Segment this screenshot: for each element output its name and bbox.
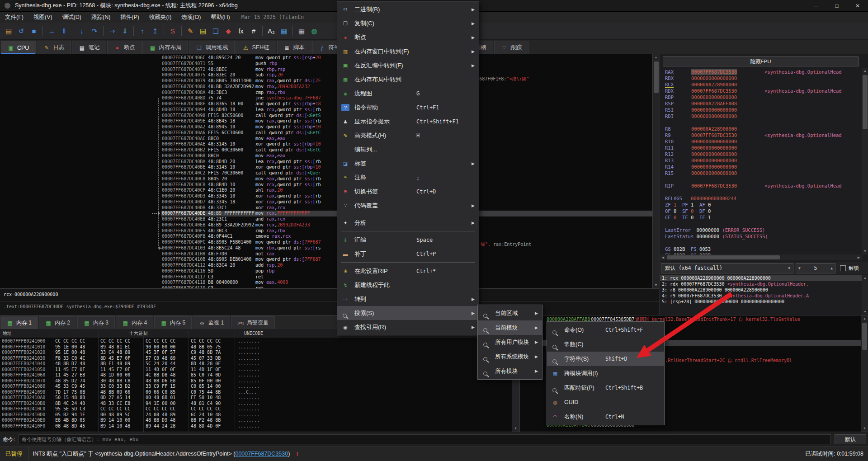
disasm-row[interactable]: 00007FF687DC408048:BB 32A2DF2D992B0000mo…	[0, 84, 652, 90]
context-menu-item[interactable]: ●断点▶	[337, 30, 479, 44]
disasm-row[interactable]: 00007FF687DC407155push rbp	[0, 61, 652, 67]
argument-row[interactable]: 5: [rsp+28] 0000000000000000 00000000000…	[660, 299, 862, 305]
disasm-row[interactable]: 00007FF687DC409E48:8B45 18mov rax,qword …	[0, 118, 652, 124]
hash-icon[interactable]: #	[248, 25, 259, 37]
scroll-up-icon[interactable]: ▲	[862, 68, 868, 74]
tab-内存 5[interactable]: ▦内存 5	[154, 316, 192, 329]
disasm-row[interactable]: 00007FF687DC40A248:8945 10mov qword ptr …	[0, 124, 652, 130]
dump-row[interactable]: 00007FFFB024104048 8B D7 488B F1 48 895C…	[0, 361, 512, 367]
dump-row[interactable]: 00007FFFB02410E0E8 4B 8D 05B9 14 10 0048…	[0, 418, 512, 423]
tab-内存布局[interactable]: ▦内存布局	[142, 41, 188, 54]
scroll-up-icon[interactable]: ▲	[653, 54, 659, 61]
az-icon[interactable]: A₂	[265, 25, 277, 37]
run-to-user-code-icon[interactable]: ↥	[149, 25, 161, 37]
column-unicode[interactable]: UNICODE	[244, 330, 263, 337]
search-submenu-item[interactable]: 所有模块▶	[478, 364, 542, 378]
disasm-row[interactable]: 00007FF687DC4098FF15 82C50600call qword …	[0, 113, 652, 119]
dump-row[interactable]: 00007FFFB02410F008 48 8D 45B9 14 10 4889…	[0, 423, 512, 429]
scroll-left-icon[interactable]: ◀	[660, 254, 666, 260]
menubar-item[interactable]: 文件(F)	[0, 12, 28, 23]
context-menu-item[interactable]: ∵代码覆盖▶	[337, 198, 479, 212]
module-submenu-item[interactable]: 命令(O)Ctrl+Shift+F	[547, 323, 664, 337]
scroll-right-icon[interactable]: ▶	[856, 254, 862, 260]
lasterror-row[interactable]: LastError 00000000 (ERROR_SUCCESS)	[660, 227, 862, 233]
disasm-row[interactable]: 00007FF687DC411248:83C4 20add rsp,20	[0, 263, 652, 268]
context-menu-item[interactable]: ♣流程图G	[337, 86, 479, 100]
context-menu-item[interactable]: ▥在内存窗口中转到(F)▶	[337, 44, 479, 58]
context-menu-item[interactable]: ⚑切换书签Ctrl+D	[337, 184, 479, 198]
disasm-row[interactable]: 00007FF687DC40CB48:8B4D 10mov rcx,qword …	[0, 182, 652, 188]
disasm-row[interactable]: 00007FF687DC40BE48:3145 10xor qword ptr …	[0, 165, 652, 170]
module-submenu-item[interactable]: ◠名称(N)Ctrl+N	[547, 409, 664, 424]
dump-row[interactable]: 00007FFFB02410C095 5E 5D C3CC CC CC CCCC…	[0, 406, 512, 412]
tab-日志[interactable]: ✎日志	[37, 41, 71, 54]
step-into-icon[interactable]: ↓	[76, 25, 88, 37]
menubar-item[interactable]: 帮助(H)	[206, 12, 235, 23]
registers-view[interactable]: 隐藏FPU RAX00007FF687DC3530<synthesia-dbg.…	[660, 54, 862, 254]
dump-row[interactable]: 00007FFFB024102095 1E 00 4833 C4 48 8945…	[0, 350, 512, 356]
register-row[interactable]: RDI0000000000000000	[660, 113, 862, 119]
tab-跟踪[interactable]: ∵跟踪	[494, 41, 528, 54]
scroll-thumb[interactable]	[667, 255, 780, 259]
context-menu-item[interactable]: ✦分析▶	[337, 216, 479, 230]
disasm-row[interactable]: 00007FF687DC40DB48:33C1xor rax,rcx	[0, 205, 652, 211]
disasm-row[interactable]: 00007FF687DC408F48:8365 18 00and qword p…	[0, 101, 652, 107]
close-button[interactable]: ✕	[847, 0, 868, 11]
stack-view-icon[interactable]: ❏	[210, 25, 222, 37]
menubar-item[interactable]: 插件(P)	[115, 12, 144, 23]
disasm-row[interactable]: 00007FF687DC407248:8BECmov rbp,rsp	[0, 67, 652, 73]
register-row[interactable]: R140000000000000000	[660, 164, 862, 170]
disasm-row[interactable]: 00007FF687DC407548:83EC 20sub rsp,20	[0, 72, 652, 78]
register-row[interactable]: R100000000000000000	[660, 138, 862, 145]
search-submenu-item[interactable]: 当前模块▶	[478, 320, 542, 335]
module-submenu-item[interactable]: 常数(C)	[547, 337, 664, 352]
tab-笔记[interactable]: ▤笔记	[72, 41, 106, 54]
disasm-row[interactable]: 00007FF687DC40F848:0F44C1cmove rax,rcx	[0, 234, 652, 240]
step-over-icon[interactable]: ⇒	[106, 25, 118, 37]
arguments-view[interactable]: 1: rcx 000000A228900000 000000A228900000…	[660, 275, 862, 315]
patches-icon[interactable]: ▤	[197, 25, 209, 37]
scroll-up-icon[interactable]: ▲	[861, 315, 868, 322]
dump-row[interactable]: 00007FFFB024108045 33 C9 4533 C0 33 D233…	[0, 384, 512, 390]
disasm-row[interactable]: 00007FF687DC40E848:23C1and rax,rcx	[0, 216, 652, 222]
context-menu-item[interactable]: 编辑列...	[337, 142, 479, 156]
minimize-button[interactable]: ─	[806, 0, 826, 11]
disasm-row[interactable]: 00007FF687DC410B48:8905 DEB01400mov qwor…	[0, 257, 652, 263]
lasterror-row[interactable]: LastStatus 00000000 (STATUS_SUCCESS)	[660, 233, 862, 240]
registers-scrollbar[interactable]: ▲ ▼	[862, 68, 868, 254]
pause-icon[interactable]: ‖	[58, 25, 70, 37]
menubar-item[interactable]: 调试(D)	[57, 12, 86, 23]
tab-调用堆栈[interactable]: ❏调用堆栈	[189, 41, 235, 54]
argument-row[interactable]: 1: rcx 000000A228900000 000000A228900000	[660, 275, 862, 281]
scroll-thumb[interactable]	[863, 75, 868, 129]
menubar-item[interactable]: 跟踪(N)	[86, 12, 115, 23]
unlock-checkbox[interactable]	[840, 265, 846, 271]
run-to-selection-icon[interactable]: ⇓	[119, 25, 131, 37]
register-row[interactable]: R120000000000000000	[660, 151, 862, 157]
flags-row[interactable]: CF 0 TF 0 IF 1	[660, 214, 862, 221]
register-row[interactable]: RSP000000A228AFFAB8	[660, 100, 862, 107]
context-menu-item[interactable]: ♟显示指令提示Ctrl+Shift+F1	[337, 114, 479, 128]
disasm-row[interactable]: 00007FF687DC40AC8BC0mov eax,eax	[0, 136, 652, 142]
menubar-item[interactable]: 视图(V)	[28, 12, 57, 23]
context-menu-item[interactable]: 01二进制(B)▶	[337, 2, 479, 16]
disasm-row[interactable]: 00007FF687DC406C48:895C24 20mov qword pt…	[0, 55, 652, 61]
disassembly-scrollbar[interactable]: ▲ ▼	[652, 54, 659, 288]
tab-SEH链[interactable]: ⚠SEH链	[236, 41, 276, 54]
dump-row[interactable]: 00007FFFB024107048 85 D2 7430 48 8B CB48…	[0, 378, 512, 384]
disasm-row[interactable]: 00007FF687DC40EB48:B9 33A2DF2D992B0000mo…	[0, 222, 652, 228]
register-row[interactable]: RDX00007FF687DC3530<synthesia-dbg.Option…	[660, 88, 862, 94]
disasm-row[interactable]: 00007FF687DC40F548:3BC3cmp rax,rbx	[0, 228, 652, 234]
tab-断点[interactable]: ●断点	[107, 41, 142, 54]
context-menu-item[interactable]: ↯新建线程于此	[337, 278, 479, 292]
disasm-row[interactable]: 00007FF687DC4118B8 00400000mov eax,4000	[0, 280, 652, 286]
register-row[interactable]: RBX0000000000000000	[660, 75, 862, 81]
context-menu-item[interactable]: ❝注释;	[337, 170, 479, 184]
context-menu-item[interactable]: ❐复制(C)▶	[337, 16, 479, 30]
tab-脚本[interactable]: ≣脚本	[277, 41, 311, 54]
column-hex[interactable]: 十六进制	[129, 330, 147, 337]
tab-内存 4[interactable]: ▦内存 4	[116, 316, 153, 329]
tab-内存 2[interactable]: ▦内存 2	[39, 316, 76, 329]
module-submenu-item[interactable]: 字符串(S)Shift+D	[547, 352, 664, 366]
dump-row[interactable]: 00007FFFB024106011 45 27 E848 1D 00 004C…	[0, 372, 512, 378]
